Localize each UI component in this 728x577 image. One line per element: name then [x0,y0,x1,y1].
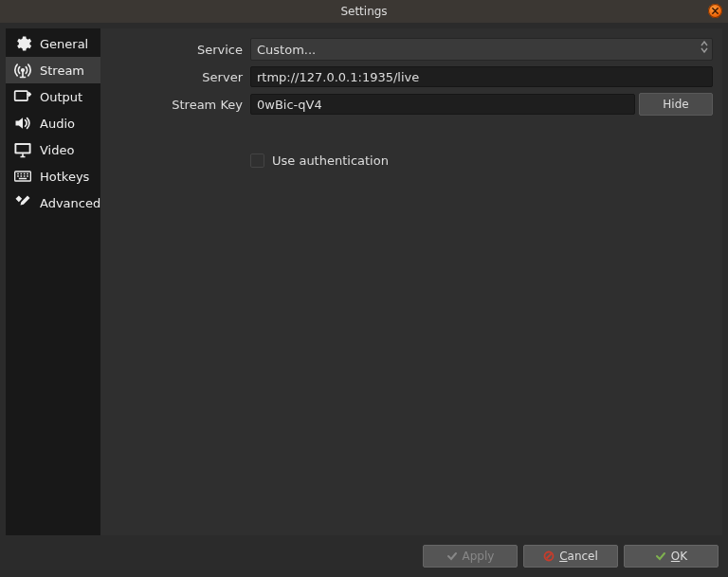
server-input[interactable] [250,66,713,87]
tools-icon [11,193,34,212]
keyboard-icon [11,167,34,186]
sidebar-item-audio[interactable]: Audio [6,110,100,136]
sidebar-item-label: Audio [40,117,75,131]
sidebar-item-label: Advanced [40,196,100,210]
check-icon [446,550,458,562]
sidebar-item-label: Stream [40,63,84,78]
use-auth-label: Use authentication [272,153,389,168]
speaker-icon [11,114,34,133]
server-label: Server [100,70,243,84]
stream-key-label: Stream Key [100,98,243,112]
monitor-icon [11,140,34,159]
titlebar: Settings [0,0,728,23]
sidebar: General Stream [6,28,100,535]
sidebar-item-label: Hotkeys [40,170,89,184]
cancel-button[interactable]: Cancel [523,545,618,568]
ok-button[interactable]: OK [624,545,719,568]
sidebar-item-label: Video [40,143,74,157]
svg-rect-3 [16,144,30,153]
use-auth-checkbox[interactable] [250,153,264,168]
sidebar-item-label: General [40,37,88,51]
output-icon [11,87,34,106]
stream-key-input[interactable] [250,94,635,115]
dialog-footer: Apply Cancel OK [0,541,728,577]
service-label: Service [100,43,243,57]
window-title: Settings [340,5,387,18]
sidebar-item-label: Output [40,90,82,104]
service-dropdown[interactable]: Custom... [250,38,713,61]
sidebar-item-stream[interactable]: Stream [6,57,100,83]
hide-button[interactable]: Hide [639,93,713,116]
sidebar-item-general[interactable]: General [6,30,100,57]
sidebar-item-advanced[interactable]: Advanced [6,189,100,216]
content-pane: Service Custom... Server [100,28,722,535]
ok-check-icon [655,550,666,562]
apply-button[interactable]: Apply [423,545,518,568]
service-value: Custom... [257,43,316,57]
sidebar-item-video[interactable]: Video [6,136,100,163]
antenna-icon [11,61,34,80]
close-icon[interactable] [708,4,722,18]
svg-rect-1 [15,91,27,100]
gear-icon [11,34,34,53]
sidebar-item-output[interactable]: Output [6,83,100,110]
sidebar-item-hotkeys[interactable]: Hotkeys [6,163,100,189]
cancel-icon [543,550,555,562]
dropdown-arrows-icon [701,41,708,53]
